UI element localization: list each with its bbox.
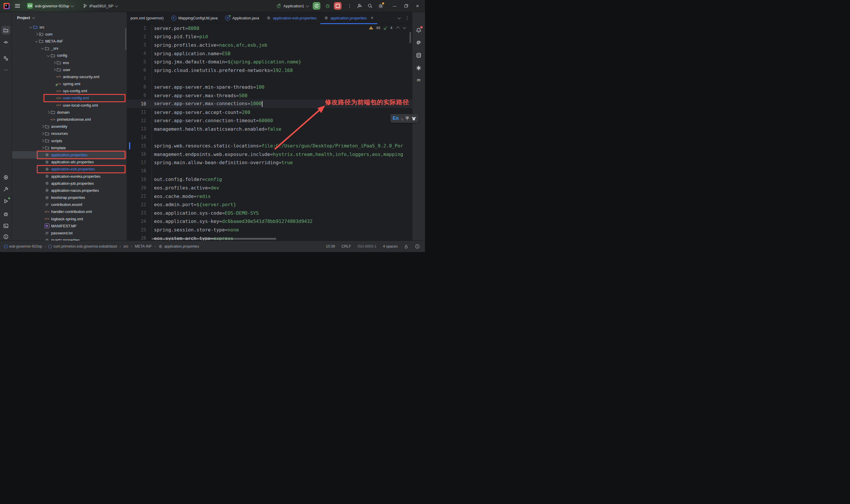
more-actions-button[interactable]: ⋮ <box>346 3 352 9</box>
tree-item-logback-spring.xml[interactable]: </>logback-spring.xml <box>12 215 127 222</box>
tree-item-application-eureka.properties[interactable]: application-eureka.properties <box>12 173 127 180</box>
tab-list-chevron-icon[interactable] <box>397 16 401 19</box>
tree-item-user[interactable]: user <box>12 66 127 73</box>
editor-body[interactable]: 1server.port=80802spring.pid.file=pid3sp… <box>127 24 412 240</box>
tree-item-domain[interactable]: domain <box>12 109 127 116</box>
chevron-collapsed-icon[interactable] <box>41 125 44 128</box>
window-restore-button[interactable] <box>404 4 408 8</box>
tree-item-antisamy-security.xml[interactable]: </>antisamy-security.xml <box>12 73 127 80</box>
tree-item-quartz.properties[interactable]: quartz.properties <box>12 237 127 240</box>
file-lock-toggle[interactable] <box>404 245 409 249</box>
breadcrumb-item[interactable]: com.primeton.esb.governor.esbafcboot <box>49 245 117 249</box>
project-panel-header[interactable]: Project <box>12 12 127 23</box>
inspection-widget[interactable]: 48 4 <box>369 25 405 30</box>
code-line-22[interactable]: 22eos.admin.port=${server.port} <box>127 200 412 209</box>
chevron-expanded-icon[interactable] <box>41 47 44 49</box>
tool-button-ai-assistant[interactable] <box>414 38 423 47</box>
tree-item-application-nacos.properties[interactable]: application-nacos.properties <box>12 187 127 194</box>
tree-item-src[interactable]: src <box>12 23 127 31</box>
tree-item-assembly[interactable]: assembly <box>12 123 127 130</box>
code-line-8[interactable]: 8server.app-server.min-spare-threads=100 <box>127 83 412 91</box>
code-line-19[interactable]: 19out.config.folder=config <box>127 175 412 184</box>
breadcrumb-item[interactable]: application.properties <box>158 245 199 249</box>
breadcrumb-item[interactable]: esb-governor-910sp <box>4 245 42 249</box>
next-problem-button[interactable] <box>403 25 406 29</box>
tool-button-build[interactable] <box>1 185 10 194</box>
code-line-5[interactable]: 5spring.jmx.default-domain=${spring.appl… <box>127 58 412 66</box>
tool-button-run[interactable] <box>1 197 10 205</box>
debug-button[interactable] <box>325 3 331 9</box>
tree-item-application-esb.properties[interactable]: application-esb.properties <box>12 166 127 173</box>
tree-item-_srv[interactable]: _srv <box>12 45 127 52</box>
close-icon[interactable]: ✕ <box>371 16 374 20</box>
code-line-2[interactable]: 2spring.pid.file=pid <box>127 33 412 41</box>
tree-item-MANIFEST.MF[interactable]: MMANIFEST.MF <box>12 222 127 229</box>
tree-item-eos[interactable]: eos <box>12 59 127 66</box>
tree-item-application.properties[interactable]: application.properties <box>12 151 127 158</box>
tool-button-debug[interactable] <box>1 210 10 218</box>
code-line-12[interactable]: 12server.app-server.connection-timeout=6… <box>127 116 412 125</box>
tool-button-plugin-knot[interactable] <box>414 64 423 72</box>
chevron-expanded-icon[interactable] <box>29 25 32 28</box>
project-widget[interactable]: E9 esb-governor-910sp <box>27 3 73 9</box>
chevron-collapsed-icon[interactable] <box>53 61 55 64</box>
code-line-18[interactable]: 18 <box>127 167 412 175</box>
breadcrumb-item[interactable]: src <box>123 245 128 249</box>
code-line-7[interactable]: 7 <box>127 75 412 83</box>
tree-item-contribution.eosinf[interactable]: contribution.eosinf <box>12 201 127 208</box>
tab-options-icon[interactable]: ⋮ <box>405 17 408 19</box>
settings-button[interactable] <box>377 3 384 9</box>
editor-tab-pom.xmlgovernor[interactable]: pom.xml (governor) <box>127 12 168 24</box>
ime-indicator[interactable]: En ·, 半 <box>390 114 418 123</box>
search-everywhere-button[interactable] <box>367 3 373 9</box>
tree-item-spring.xml[interactable]: </>spring.xml <box>12 80 127 88</box>
run-configuration-widget[interactable]: Application1 <box>276 3 309 8</box>
editor-tab-MappingConfigUtil.java[interactable]: CMappingConfigUtil.java <box>168 12 222 24</box>
indent-setting[interactable]: 4 spaces <box>383 245 398 249</box>
tree-item-application-job.properties[interactable]: application-job.properties <box>12 180 127 187</box>
editor-tab-Application.java[interactable]: CApplication.java <box>221 12 263 24</box>
chevron-collapsed-icon[interactable] <box>41 139 44 142</box>
code-line-13[interactable]: 13management.health.elasticsearch.enable… <box>127 125 412 133</box>
vcs-branch-widget[interactable]: iPaaS910_SP <box>83 3 118 8</box>
tree-item-bootstrap.properties[interactable]: bootstrap.properties <box>12 194 127 201</box>
chevron-collapsed-icon[interactable] <box>47 111 49 114</box>
tree-item-resources[interactable]: resources <box>12 130 127 137</box>
chevron-collapsed-icon[interactable] <box>35 33 38 36</box>
chevron-expanded-icon[interactable] <box>35 40 38 42</box>
notifications-status-button[interactable] <box>415 244 420 249</box>
tree-item-primetonlicense.xml[interactable]: </>primetonlicense.xml <box>12 116 127 123</box>
tool-button-database[interactable] <box>414 51 423 60</box>
code-line-24[interactable]: 24eos.application.sys-key=dc6baaed30e541… <box>127 217 412 226</box>
code-line-23[interactable]: 23eos.application.sys-code=EOS-DEMO-SYS <box>127 209 412 217</box>
tool-button-more[interactable]: ⋯ <box>1 66 10 74</box>
rerun-button[interactable] <box>313 2 320 10</box>
tool-button-notifications[interactable] <box>414 26 423 35</box>
tree-item-user-config.xml[interactable]: </>user-config.xml <box>12 94 127 102</box>
tree-item-com[interactable]: com <box>12 31 127 38</box>
code-line-4[interactable]: 4spring.application.name=ESB <box>127 49 412 58</box>
breadcrumb-item[interactable]: META-INF <box>135 245 152 249</box>
tool-button-commit[interactable] <box>1 38 10 47</box>
code-with-me-button[interactable] <box>356 3 363 9</box>
chevron-expanded-icon[interactable] <box>47 54 49 56</box>
code-line-25[interactable]: 25spring.session.store-type=none <box>127 226 412 234</box>
tree-item-handler-contribution.xml[interactable]: </>handler-contribution.xml <box>12 208 127 215</box>
line-ending[interactable]: CRLF <box>342 245 351 249</box>
code-line-16[interactable]: 16management.endpoints.web.exposure.incl… <box>127 150 412 159</box>
code-line-15[interactable]: 15spring.web.resources.static-locations=… <box>127 142 412 150</box>
tree-item-scripts[interactable]: scripts <box>12 137 127 144</box>
code-line-6[interactable]: 6spring.cloud.inetutils.preferred-networ… <box>127 66 412 75</box>
editor-tab-application.properties[interactable]: application.properties✕ <box>320 12 377 24</box>
code-line-11[interactable]: 11server.app-server.accept-count=200 <box>127 108 412 116</box>
previous-problem-button[interactable] <box>396 26 399 30</box>
chevron-collapsed-icon[interactable] <box>41 132 44 135</box>
editor-horizontal-scrollbar[interactable] <box>152 238 276 240</box>
tree-item-password.txt[interactable]: password.txt <box>12 229 127 236</box>
tool-button-structure[interactable] <box>1 54 10 63</box>
code-line-14[interactable]: 14 <box>127 133 412 142</box>
window-minimize-button[interactable]: — <box>393 4 397 8</box>
tool-button-services[interactable] <box>1 173 10 182</box>
window-close-button[interactable]: ✕ <box>416 4 419 8</box>
tree-item-template[interactable]: template <box>12 144 127 151</box>
